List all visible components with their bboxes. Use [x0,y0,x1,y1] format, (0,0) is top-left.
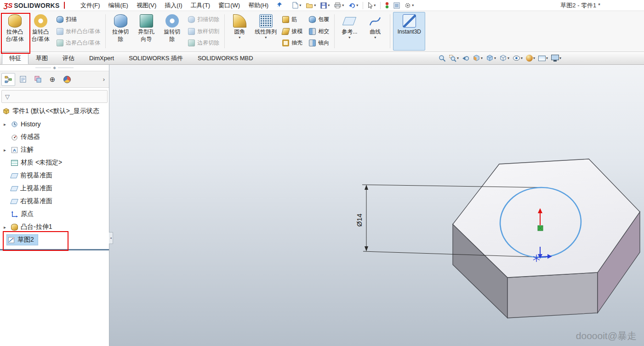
document-title: 草图2 - 零件1 * [560,1,600,10]
tree-item-part-root[interactable]: 零件1 (默认<<默认>_显示状态 [0,105,109,118]
hex-front-face[interactable] [507,272,598,318]
ribbon-separator [224,14,225,48]
zoom-area-icon[interactable]: ▾ [448,54,460,62]
menu-edit[interactable]: 编辑(E) [104,0,132,11]
edit-appearance-icon[interactable]: ▾ [525,54,536,62]
shell-button[interactable]: 抽壳 [280,39,304,47]
boss-extrude-icon [11,224,18,231]
mirror-icon [309,40,316,46]
fillet-button[interactable]: 圆角 ▾ [227,12,252,51]
tree-item-material[interactable]: 材质 <未指定> [0,156,109,169]
tree-item-history[interactable]: ▸ History [0,118,109,130]
linear-pattern-button[interactable]: 线性阵列 ▾ [252,12,279,51]
previous-view-icon[interactable] [461,54,470,62]
loft-cut-button[interactable]: 放样切割 [186,27,221,36]
menu-window[interactable]: 窗口(W) [214,0,244,11]
boundary-cut-button[interactable]: 边界切除 [186,39,221,47]
solidworks-window: ƷS SOLIDWORKS 文件(F) 编辑(E) 视图(V) 插入(I) 工具… [0,0,644,346]
task-pane-icon[interactable] [392,1,402,10]
ribbon-separator [105,14,106,48]
wrap-button[interactable]: 包覆 [307,15,331,24]
extrude-cut-button[interactable]: 拉伸切 除 [108,12,133,51]
curves-button[interactable]: 曲线 ▾ [362,12,388,51]
propertymanager-tab[interactable] [16,73,30,86]
tab-dimxpert[interactable]: DimXpert [82,52,121,64]
toolbar-separator [363,2,363,9]
draft-button[interactable]: 拔模 [280,27,304,36]
revolve-cut-button[interactable]: 旋转切 除 [159,12,185,51]
tab-evaluate[interactable]: 评估 [55,52,82,64]
panel-tab-strip: ⊕ › [0,71,109,88]
part-icon [3,108,10,115]
zoom-fit-icon[interactable] [438,54,447,62]
extrude-cut-icon [114,14,127,28]
reference-geometry-button[interactable]: 参考... ▾ [336,12,362,51]
tree-item-annotations[interactable]: ▸ A 注解 [0,143,109,156]
tab-solidworks-addins[interactable]: SOLIDWORKS 插件 [121,52,190,64]
toolbar-separator [380,2,381,9]
mirror-button[interactable]: 镜向 [307,39,331,47]
graphics-viewport[interactable]: Ø14 dooooit@暴走 [109,65,644,346]
revolve-boss-button[interactable]: 旋转凸 台/基体 [28,12,53,51]
extrude-boss-button[interactable]: 拉伸凸 台/基体 [2,12,28,51]
view-settings-icon[interactable]: ▾ [550,54,562,62]
menu-view[interactable]: 视图(V) [132,0,160,11]
menu-items: 文件(F) 编辑(E) 视图(V) 插入(I) 工具(T) 窗口(W) 帮助(H… [76,0,273,11]
boundary-boss-button[interactable]: 边界凸台/基体 [55,39,102,47]
dimension-arrow-bottom [365,246,368,251]
undo-icon[interactable]: ▾ [347,1,360,10]
menu-tools[interactable]: 工具(T) [187,0,215,11]
tree-item-sensors[interactable]: 传感器 [0,130,109,143]
tree-item-top-plane[interactable]: 上视基准面 [0,182,109,195]
tree-item-origin[interactable]: 原点 [0,208,109,221]
featuremanager-tab[interactable] [1,73,15,86]
menu-help[interactable]: 帮助(H) [244,0,273,11]
menu-insert[interactable]: 插入(I) [160,0,186,11]
panel-splitter[interactable]: ◆ [0,65,109,71]
red-green-indicator-icon[interactable] [383,1,391,10]
loft-cut-icon [188,28,195,35]
pin-menu-icon[interactable] [274,1,284,10]
new-document-icon[interactable]: ▾ [291,1,303,10]
print-icon[interactable]: ▾ [332,1,346,9]
hide-show-items-icon[interactable]: ▾ [512,55,524,62]
heads-up-view-toolbar: ▾ ▾ ▾ ▾ ▾ ▾ [438,52,562,64]
ds-logo-mark: ƷS [4,1,12,9]
select-arrow-icon[interactable]: ▾ [366,1,377,10]
rib-button[interactable]: 筋 [280,15,304,24]
rollback-bar[interactable] [0,249,109,250]
sweep-button[interactable]: 扫描 [55,15,102,24]
tree-item-boss-extrude1[interactable]: ▸ 凸台-拉伸1 [0,221,109,233]
menu-file[interactable]: 文件(F) [76,0,104,11]
tree-item-right-plane[interactable]: 右视基准面 [0,195,109,208]
tree-filter-bar[interactable]: ▽ [1,90,108,103]
hole-wizard-button[interactable]: 异型孔 向导 [133,12,159,51]
sweep-icon [57,16,63,23]
save-icon[interactable]: ▾ [319,1,331,10]
view-orientation-icon[interactable]: ▾ [485,54,497,62]
tab-features[interactable]: 特征 [2,52,28,64]
intersect-button[interactable]: 相交 [307,27,331,36]
dimension-diameter-label[interactable]: Ø14 [355,214,363,227]
tree-item-front-plane[interactable]: 前视基准面 [0,169,109,182]
configurationmanager-tab[interactable] [31,73,45,86]
panel-collapse-handle[interactable]: ◂ [109,232,113,244]
dimxpertmanager-tab[interactable]: ⊕ [46,73,59,86]
tab-sketch[interactable]: 草图 [28,52,55,64]
instant3d-button[interactable]: Instant3D [393,12,425,51]
open-icon[interactable]: ▾ [304,1,318,9]
instant3d-icon [403,14,416,28]
tab-solidworks-mbd[interactable]: SOLIDWORKS MBD [190,52,261,64]
options-gear-icon[interactable]: ▾ [403,1,416,10]
modify-small-column-2: 包覆 相交 镜向 [306,12,332,51]
apply-scene-icon[interactable]: ▾ [537,55,549,62]
panel-expand-chevron[interactable]: › [100,76,108,83]
section-view-icon[interactable]: ▾ [472,54,484,62]
sweep-cut-button[interactable]: 扫描切除 [186,15,221,24]
reference-geometry-icon [344,14,355,28]
displaymanager-tab[interactable] [60,73,74,86]
tree-item-sketch2[interactable]: 草图2 [0,233,109,246]
main-area: ◆ ⊕ › [0,65,644,346]
loft-button[interactable]: 放样凸台/基体 [55,27,102,36]
display-style-icon[interactable]: ▾ [498,54,510,62]
